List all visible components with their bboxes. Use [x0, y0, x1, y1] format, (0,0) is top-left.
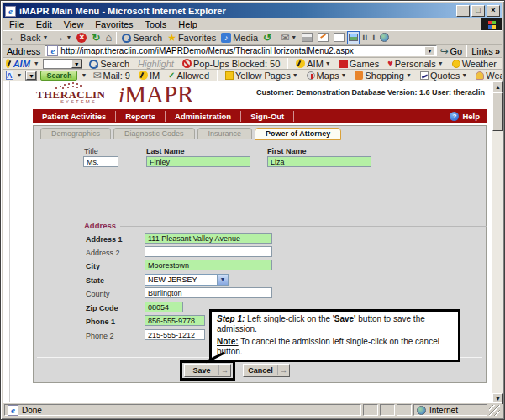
address-section-rule — [120, 226, 487, 227]
stop-button[interactable]: ✕ — [74, 31, 89, 45]
nav-reports[interactable]: Reports — [116, 111, 166, 122]
home-button[interactable]: ⌂ — [103, 31, 114, 45]
msn-button[interactable] — [377, 31, 392, 45]
zip-input[interactable] — [145, 302, 183, 312]
aim-menu-button[interactable]: AIM ▼ — [293, 58, 334, 70]
messenger-button[interactable]: ii — [360, 31, 370, 45]
nav-patient-activities[interactable]: Patient Activities — [33, 111, 116, 122]
page-viewport: THERACLIN SYSTEMS iMAPR Customer: Demons… — [3, 81, 503, 404]
maximize-button[interactable]: □ — [471, 5, 485, 17]
phone1-label: Phone 1 — [86, 318, 115, 326]
tab-insurance[interactable]: Insurance — [197, 128, 253, 139]
menu-tools[interactable]: Tools — [139, 19, 173, 29]
games-button[interactable]: Games — [337, 58, 381, 70]
search-button[interactable]: Search — [118, 31, 165, 45]
city-input[interactable] — [145, 260, 272, 270]
phone2-input[interactable] — [145, 329, 205, 340]
history-button[interactable]: ↺ — [260, 31, 274, 45]
save-button[interactable]: Save → — [184, 364, 231, 377]
close-button[interactable]: × — [487, 5, 500, 17]
discuss-button[interactable] — [331, 31, 347, 45]
aim-brand-dropdown-icon[interactable]: ▼ — [34, 60, 39, 66]
shopping-icon — [355, 71, 363, 80]
go-button[interactable]: ↪ Go — [439, 45, 462, 57]
quotes-button[interactable]: Quotes ▼ — [418, 70, 470, 81]
address-dropdown-icon[interactable]: ▼ — [424, 46, 434, 55]
aim-search-dropdown-icon[interactable]: ▼ — [71, 60, 82, 68]
forward-dropdown-icon[interactable]: ▼ — [66, 34, 71, 40]
shopping-dropdown-icon[interactable]: ▼ — [406, 72, 412, 78]
favorites-button[interactable]: ★ Favorites — [165, 31, 218, 45]
menu-file[interactable]: File — [3, 19, 30, 29]
media-button[interactable]: ♪ Media — [218, 31, 260, 45]
menu-favorites[interactable]: Favorites — [89, 19, 139, 29]
address2-input[interactable] — [145, 246, 272, 257]
aim-menu-dropdown-icon[interactable]: ▼ — [325, 60, 331, 66]
aol-im-button[interactable]: IM — [136, 70, 162, 81]
phone2-label: Phone 2 — [86, 332, 114, 340]
back-button[interactable]: ← Back ▼ — [5, 31, 50, 45]
aol-a-dropdown-icon[interactable]: ▼ — [17, 72, 23, 78]
phone1-input[interactable] — [145, 315, 205, 326]
state-select[interactable]: NEW JERSEY ▼ — [145, 274, 229, 286]
menu-view[interactable]: View — [58, 19, 90, 29]
scroll-thumb[interactable] — [492, 92, 503, 131]
popup-blocker-button[interactable]: Pop-Ups Blocked: 50 — [180, 58, 282, 70]
shopping-button[interactable]: Shopping ▼ — [352, 70, 413, 81]
aim-brand[interactable]: AIM — [13, 59, 30, 69]
links-button[interactable]: Links » — [471, 46, 500, 56]
mail-button[interactable]: ✉ ▼ — [278, 31, 299, 45]
aim-search-input[interactable]: ▼ — [43, 59, 83, 69]
picture-tool-button[interactable] — [347, 31, 360, 45]
research-button[interactable]: i — [370, 31, 377, 45]
refresh-button[interactable]: ↻ — [89, 31, 103, 45]
personals-button[interactable]: ♥ Personals ▼ — [385, 58, 445, 70]
aol-weather-button[interactable]: Weather ▼ — [473, 70, 502, 81]
address-input[interactable]: e http://imapr.theraclin.com/iMAPRDemo/M… — [45, 45, 437, 56]
aol-allowed-button[interactable]: ✓ Allowed — [166, 70, 212, 81]
maps-dropdown-icon[interactable]: ▼ — [341, 72, 347, 78]
address1-input[interactable] — [145, 233, 272, 244]
last-name-input[interactable] — [146, 156, 250, 167]
nav-help[interactable]: ? Help — [450, 112, 487, 121]
weather-button[interactable]: Weather — [450, 58, 499, 70]
county-input[interactable] — [145, 287, 272, 298]
games-icon — [339, 60, 348, 68]
mail-dropdown-icon[interactable]: ▼ — [291, 34, 297, 40]
resize-grip[interactable] — [489, 405, 500, 416]
aol-search-dropdown-icon[interactable]: ▼ — [26, 71, 36, 80]
yellow-pages-dropdown-icon[interactable]: ▼ — [292, 72, 298, 78]
first-name-label: First Name — [267, 147, 307, 155]
quotes-dropdown-icon[interactable]: ▼ — [461, 72, 467, 78]
vertical-scrollbar[interactable]: ▲ ▼ — [492, 81, 503, 404]
menu-edit[interactable]: Edit — [30, 19, 58, 29]
cancel-button[interactable]: Cancel → — [243, 364, 290, 377]
aol-search-input[interactable]: ▼ — [25, 71, 37, 81]
address2-label: Address 2 — [86, 249, 120, 257]
nav-sign-out[interactable]: Sign-Out — [241, 111, 294, 122]
print-button[interactable] — [299, 31, 315, 45]
state-dropdown-icon[interactable]: ▼ — [217, 275, 228, 285]
tab-demographics[interactable]: Demographics — [40, 128, 111, 139]
back-dropdown-icon[interactable]: ▼ — [42, 34, 48, 40]
address-url: http://imapr.theraclin.com/iMAPRDemo/Men… — [60, 46, 422, 55]
nav-administration[interactable]: Administration — [166, 111, 241, 122]
aim-highlight-button[interactable]: Highlight — [135, 58, 176, 70]
minimize-button[interactable]: _ — [456, 5, 470, 17]
yellow-pages-button[interactable]: Yellow Pages ▼ — [223, 70, 301, 81]
personals-dropdown-icon[interactable]: ▼ — [438, 60, 444, 66]
aol-mail-button[interactable]: ✉ Mail: 9 — [90, 70, 132, 81]
forward-button[interactable]: → ▼ — [50, 31, 74, 45]
first-name-input[interactable] — [267, 156, 371, 167]
menu-help[interactable]: Help — [172, 19, 203, 29]
edit-button[interactable] — [315, 31, 331, 45]
tab-power-of-attorney[interactable]: Power of Attorney — [255, 128, 341, 140]
aol-search-button[interactable]: Search — [40, 71, 77, 81]
title-input[interactable] — [83, 156, 118, 167]
aol-search-button-dropdown-icon[interactable]: ▼ — [81, 72, 87, 78]
scroll-up-icon[interactable]: ▲ — [492, 81, 503, 92]
aol-a-icon[interactable]: A — [6, 71, 13, 80]
tab-diagnostic-codes[interactable]: Diagnostic Codes — [113, 128, 195, 139]
aim-search-button[interactable]: Search — [86, 58, 132, 70]
maps-button[interactable]: Maps ▼ — [304, 70, 350, 81]
